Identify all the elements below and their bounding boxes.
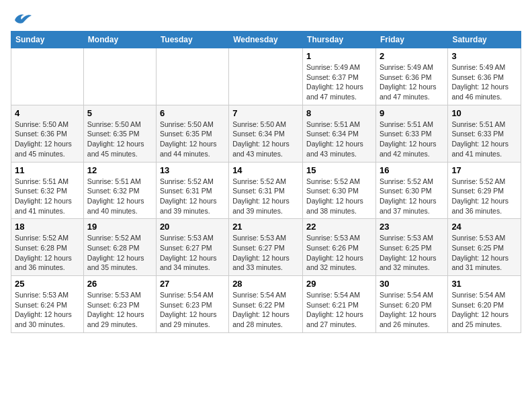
calendar-week-1: 1Sunrise: 5:49 AM Sunset: 6:37 PM Daylig…	[11, 48, 521, 105]
day-number: 21	[232, 222, 299, 232]
day-number: 26	[87, 279, 152, 289]
day-info: Sunrise: 5:49 AM Sunset: 6:36 PM Dayligh…	[451, 62, 517, 102]
day-info: Sunrise: 5:53 AM Sunset: 6:25 PM Dayligh…	[451, 233, 517, 273]
day-number: 29	[306, 279, 372, 289]
day-number: 19	[87, 222, 152, 232]
calendar-cell: 26Sunrise: 5:53 AM Sunset: 6:23 PM Dayli…	[83, 276, 156, 333]
day-of-week-sunday: Sunday	[11, 32, 84, 48]
calendar-cell: 20Sunrise: 5:53 AM Sunset: 6:27 PM Dayli…	[156, 219, 228, 276]
calendar-cell: 28Sunrise: 5:54 AM Sunset: 6:22 PM Dayli…	[229, 276, 303, 333]
day-number: 13	[160, 165, 225, 175]
day-info: Sunrise: 5:52 AM Sunset: 6:28 PM Dayligh…	[87, 233, 152, 273]
page-header	[11, 11, 521, 24]
calendar-body: 1Sunrise: 5:49 AM Sunset: 6:37 PM Daylig…	[11, 48, 521, 333]
day-info: Sunrise: 5:51 AM Sunset: 6:33 PM Dayligh…	[451, 120, 517, 159]
day-number: 28	[232, 279, 299, 289]
day-number: 11	[15, 165, 80, 175]
calendar-cell: 15Sunrise: 5:52 AM Sunset: 6:30 PM Dayli…	[303, 162, 376, 219]
calendar-cell: 5Sunrise: 5:50 AM Sunset: 6:35 PM Daylig…	[83, 105, 156, 162]
day-number: 1	[306, 51, 372, 61]
day-info: Sunrise: 5:53 AM Sunset: 6:27 PM Dayligh…	[232, 233, 299, 273]
calendar-cell: 12Sunrise: 5:51 AM Sunset: 6:32 PM Dayli…	[83, 162, 156, 219]
logo-bird-icon	[13, 11, 32, 24]
calendar-table: SundayMondayTuesdayWednesdayThursdayFrid…	[11, 31, 521, 333]
day-info: Sunrise: 5:52 AM Sunset: 6:30 PM Dayligh…	[306, 177, 372, 216]
logo	[11, 11, 32, 24]
day-info: Sunrise: 5:52 AM Sunset: 6:29 PM Dayligh…	[451, 177, 517, 216]
day-info: Sunrise: 5:50 AM Sunset: 6:35 PM Dayligh…	[87, 120, 152, 159]
day-info: Sunrise: 5:53 AM Sunset: 6:23 PM Dayligh…	[87, 290, 152, 330]
calendar-week-3: 11Sunrise: 5:51 AM Sunset: 6:32 PM Dayli…	[11, 162, 521, 219]
day-info: Sunrise: 5:54 AM Sunset: 6:20 PM Dayligh…	[451, 290, 517, 330]
day-info: Sunrise: 5:51 AM Sunset: 6:34 PM Dayligh…	[306, 120, 372, 159]
day-number: 9	[380, 108, 444, 118]
day-number: 25	[15, 279, 80, 289]
day-of-week-tuesday: Tuesday	[156, 32, 228, 48]
day-number: 22	[306, 222, 372, 232]
day-number: 12	[87, 165, 152, 175]
day-info: Sunrise: 5:50 AM Sunset: 6:35 PM Dayligh…	[160, 120, 225, 159]
calendar-cell	[83, 48, 156, 105]
calendar-cell: 9Sunrise: 5:51 AM Sunset: 6:33 PM Daylig…	[375, 105, 447, 162]
day-number: 3	[451, 51, 517, 61]
calendar-cell: 30Sunrise: 5:54 AM Sunset: 6:20 PM Dayli…	[375, 276, 447, 333]
day-number: 5	[87, 108, 152, 118]
day-info: Sunrise: 5:51 AM Sunset: 6:33 PM Dayligh…	[380, 120, 444, 159]
calendar-cell: 16Sunrise: 5:52 AM Sunset: 6:30 PM Dayli…	[375, 162, 447, 219]
calendar-cell: 3Sunrise: 5:49 AM Sunset: 6:36 PM Daylig…	[448, 48, 521, 105]
calendar-cell: 21Sunrise: 5:53 AM Sunset: 6:27 PM Dayli…	[229, 219, 303, 276]
day-info: Sunrise: 5:50 AM Sunset: 6:36 PM Dayligh…	[15, 120, 80, 159]
day-info: Sunrise: 5:52 AM Sunset: 6:28 PM Dayligh…	[15, 233, 80, 273]
header-row: SundayMondayTuesdayWednesdayThursdayFrid…	[11, 32, 521, 48]
day-number: 24	[451, 222, 517, 232]
calendar-cell: 2Sunrise: 5:49 AM Sunset: 6:36 PM Daylig…	[375, 48, 447, 105]
day-info: Sunrise: 5:52 AM Sunset: 6:30 PM Dayligh…	[380, 177, 444, 216]
day-of-week-saturday: Saturday	[448, 32, 521, 48]
day-number: 10	[451, 108, 517, 118]
day-number: 7	[232, 108, 299, 118]
day-number: 6	[160, 108, 225, 118]
calendar-cell: 22Sunrise: 5:53 AM Sunset: 6:26 PM Dayli…	[303, 219, 376, 276]
day-info: Sunrise: 5:53 AM Sunset: 6:25 PM Dayligh…	[380, 233, 444, 273]
day-number: 2	[380, 51, 444, 61]
calendar-cell: 19Sunrise: 5:52 AM Sunset: 6:28 PM Dayli…	[83, 219, 156, 276]
day-info: Sunrise: 5:51 AM Sunset: 6:32 PM Dayligh…	[15, 177, 80, 216]
calendar-cell: 7Sunrise: 5:50 AM Sunset: 6:34 PM Daylig…	[229, 105, 303, 162]
day-info: Sunrise: 5:49 AM Sunset: 6:37 PM Dayligh…	[306, 62, 372, 102]
day-info: Sunrise: 5:54 AM Sunset: 6:20 PM Dayligh…	[380, 290, 444, 330]
calendar-cell	[156, 48, 228, 105]
calendar-cell: 10Sunrise: 5:51 AM Sunset: 6:33 PM Dayli…	[448, 105, 521, 162]
calendar-cell: 25Sunrise: 5:53 AM Sunset: 6:24 PM Dayli…	[11, 276, 84, 333]
calendar-cell: 17Sunrise: 5:52 AM Sunset: 6:29 PM Dayli…	[448, 162, 521, 219]
calendar-cell	[229, 48, 303, 105]
calendar-cell: 1Sunrise: 5:49 AM Sunset: 6:37 PM Daylig…	[303, 48, 376, 105]
day-number: 4	[15, 108, 80, 118]
day-number: 31	[451, 279, 517, 289]
day-info: Sunrise: 5:49 AM Sunset: 6:36 PM Dayligh…	[380, 62, 444, 102]
day-info: Sunrise: 5:54 AM Sunset: 6:21 PM Dayligh…	[306, 290, 372, 330]
day-number: 8	[306, 108, 372, 118]
calendar-week-4: 18Sunrise: 5:52 AM Sunset: 6:28 PM Dayli…	[11, 219, 521, 276]
day-number: 18	[15, 222, 80, 232]
day-info: Sunrise: 5:52 AM Sunset: 6:31 PM Dayligh…	[232, 177, 299, 216]
calendar-cell: 4Sunrise: 5:50 AM Sunset: 6:36 PM Daylig…	[11, 105, 84, 162]
day-of-week-thursday: Thursday	[303, 32, 376, 48]
day-of-week-friday: Friday	[375, 32, 447, 48]
day-info: Sunrise: 5:53 AM Sunset: 6:27 PM Dayligh…	[160, 233, 225, 273]
day-number: 17	[451, 165, 517, 175]
day-info: Sunrise: 5:53 AM Sunset: 6:26 PM Dayligh…	[306, 233, 372, 273]
calendar-week-5: 25Sunrise: 5:53 AM Sunset: 6:24 PM Dayli…	[11, 276, 521, 333]
calendar-cell	[11, 48, 84, 105]
calendar-cell: 18Sunrise: 5:52 AM Sunset: 6:28 PM Dayli…	[11, 219, 84, 276]
calendar-cell: 11Sunrise: 5:51 AM Sunset: 6:32 PM Dayli…	[11, 162, 84, 219]
day-number: 20	[160, 222, 225, 232]
calendar-cell: 8Sunrise: 5:51 AM Sunset: 6:34 PM Daylig…	[303, 105, 376, 162]
calendar-cell: 13Sunrise: 5:52 AM Sunset: 6:31 PM Dayli…	[156, 162, 228, 219]
day-number: 15	[306, 165, 372, 175]
day-info: Sunrise: 5:50 AM Sunset: 6:34 PM Dayligh…	[232, 120, 299, 159]
day-number: 23	[380, 222, 444, 232]
day-number: 27	[160, 279, 225, 289]
day-of-week-monday: Monday	[83, 32, 156, 48]
day-info: Sunrise: 5:51 AM Sunset: 6:32 PM Dayligh…	[87, 177, 152, 216]
day-of-week-wednesday: Wednesday	[229, 32, 303, 48]
